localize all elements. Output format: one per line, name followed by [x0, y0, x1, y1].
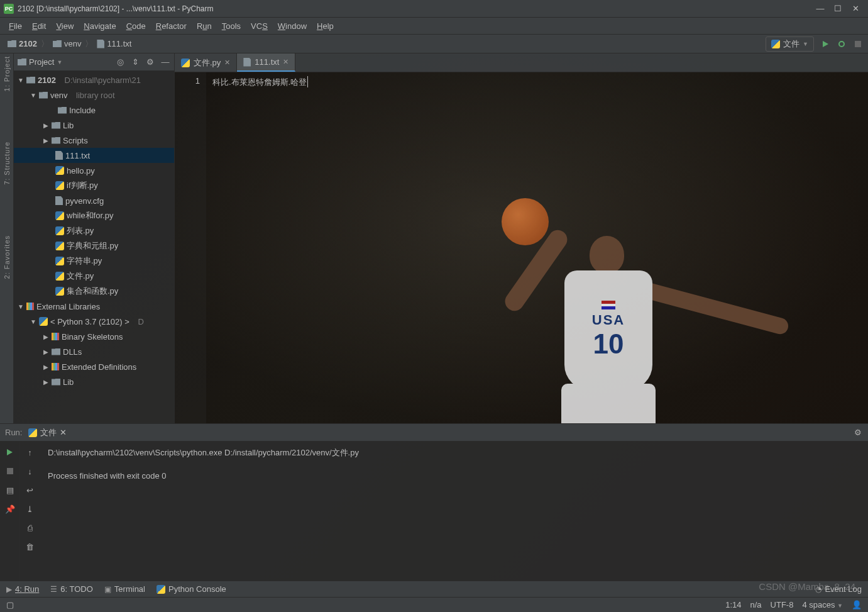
tree-node-file[interactable]: 文件.py	[14, 269, 174, 284]
tree-node-file-selected[interactable]: 111.txt	[14, 148, 174, 163]
run-button[interactable]	[820, 39, 830, 49]
file-icon	[55, 196, 63, 205]
left-tool-stripe: 1: Project 7: Structure 2: Favorites	[0, 53, 14, 423]
tree-node-folder[interactable]: ▶Binary Skeletons	[14, 329, 174, 344]
close-tab-icon[interactable]: ✕	[283, 58, 288, 66]
menu-help[interactable]: Help	[312, 19, 339, 33]
tree-node-venv[interactable]: ▼venv library root	[14, 87, 174, 103]
rerun-button[interactable]	[4, 447, 16, 458]
maximize-button[interactable]: ☐	[829, 3, 847, 15]
print-icon[interactable]: ⎙	[25, 522, 36, 533]
status-icon[interactable]: ▢	[6, 600, 14, 609]
project-header-label[interactable]: Project	[29, 57, 54, 67]
tree-node-file[interactable]: while和for.py	[14, 208, 174, 223]
menu-run[interactable]: Run	[192, 19, 217, 33]
pin-button[interactable]: 📌	[4, 503, 16, 515]
console-output[interactable]: D:\install\pycharm\2102\venv\Scripts\pyt…	[40, 442, 868, 581]
menu-vcs[interactable]: VCS	[246, 19, 273, 33]
tree-node-file[interactable]: 集合和函数.py	[14, 284, 174, 299]
tree-node-file[interactable]: 字符串.py	[14, 253, 174, 269]
scroll-to-end-icon[interactable]: ⤓	[25, 503, 36, 515]
tree-node-folder[interactable]: ▶Lib	[14, 374, 174, 389]
caret-position[interactable]: 1:14	[725, 600, 741, 609]
layout-button[interactable]: ▤	[4, 484, 16, 496]
editor-tabstrip: 文件.py✕ 111.txt✕	[175, 53, 868, 72]
editor[interactable]: 1 科比.布莱恩特詹姆斯.哈登	[175, 72, 868, 423]
soft-wrap-icon[interactable]: ↩	[25, 484, 36, 496]
hide-icon[interactable]: —	[160, 57, 170, 67]
minimize-button[interactable]: —	[811, 3, 829, 15]
python-icon	[55, 242, 64, 250]
readonly-status[interactable]: n/a	[750, 600, 761, 609]
run-title: Run:	[5, 428, 22, 437]
python-icon	[55, 257, 64, 265]
menu-tools[interactable]: Tools	[217, 19, 246, 33]
tree-node-folder[interactable]: ▶Include	[14, 103, 174, 118]
tool-button-favorites[interactable]: 2: Favorites	[3, 235, 11, 279]
python-icon	[55, 287, 64, 296]
tree-node-folder[interactable]: ▶Scripts	[14, 133, 174, 148]
code-area[interactable]: 科比.布莱恩特詹姆斯.哈登	[206, 72, 868, 423]
status-bar: ▢ 1:14 n/a UTF-8 4 spaces ▼ 👤	[0, 597, 868, 612]
gear-icon[interactable]: ⚙	[145, 57, 155, 67]
menu-view[interactable]: View	[51, 19, 79, 33]
close-tab-icon[interactable]: ✕	[224, 58, 230, 67]
tool-button-todo[interactable]: ☰ 6: TODO	[50, 584, 93, 594]
project-tree[interactable]: ▼2102 D:\install\pycharm\21 ▼venv librar…	[14, 71, 174, 423]
close-tab-icon[interactable]: ✕	[60, 428, 67, 437]
tool-button-terminal[interactable]: ▣ Terminal	[104, 584, 145, 594]
tree-node-folder[interactable]: ▶Extended Definitions	[14, 359, 174, 374]
menu-refactor[interactable]: Refactor	[151, 19, 192, 33]
project-pane: Project▼ ◎ ⇕ ⚙ — ▼2102 D:\install\pychar…	[14, 53, 175, 423]
folder-icon	[52, 379, 60, 386]
tree-node-file[interactable]: 列表.py	[14, 223, 174, 238]
locate-icon[interactable]: ◎	[115, 57, 125, 67]
python-icon	[55, 166, 64, 175]
tree-node-file[interactable]: pyvenv.cfg	[14, 193, 174, 208]
up-icon[interactable]: ↑	[25, 447, 36, 458]
breadcrumb-file[interactable]: 111.txt	[94, 38, 134, 50]
indent-status[interactable]: 4 spaces ▼	[802, 600, 843, 609]
breadcrumb-root[interactable]: 2102	[5, 38, 40, 50]
down-icon[interactable]: ↓	[25, 465, 36, 477]
menu-window[interactable]: Window	[273, 19, 312, 33]
file-icon	[55, 151, 63, 160]
tree-node-root[interactable]: ▼2102 D:\install\pycharm\21	[14, 72, 174, 87]
editor-tab-active[interactable]: 111.txt✕	[237, 53, 295, 72]
tool-button-structure[interactable]: 7: Structure	[3, 142, 11, 185]
app-icon: PC	[4, 4, 14, 14]
gear-icon[interactable]: ⚙	[853, 428, 863, 438]
run-tool-window: Run: 文件✕ ⚙ ▤ 📌 ↑ ↓ ↩ ⤓ ⎙ 🗑 D:\install\py…	[0, 423, 868, 581]
tool-button-python-console[interactable]: Python Console	[157, 584, 226, 594]
tree-node-python-sdk[interactable]: ▼< Python 3.7 (2102) > D	[14, 314, 174, 329]
tree-node-folder[interactable]: ▶DLLs	[14, 344, 174, 359]
debug-button[interactable]	[837, 39, 847, 49]
run-tab[interactable]: 文件✕	[28, 427, 67, 438]
tree-node-file[interactable]: if判断.py	[14, 178, 174, 193]
tool-button-project[interactable]: 1: Project	[3, 56, 11, 91]
chevron-down-icon: ▼	[57, 59, 62, 65]
breadcrumb-folder[interactable]: venv	[50, 38, 84, 50]
expand-all-icon[interactable]: ⇕	[130, 57, 140, 67]
stop-button[interactable]	[853, 39, 863, 49]
tree-node-file[interactable]: 字典和元组.py	[14, 238, 174, 253]
chevron-right-icon: 〉	[41, 38, 49, 50]
clear-icon[interactable]: 🗑	[25, 541, 36, 552]
tree-node-external-libraries[interactable]: ▼External Libraries	[14, 299, 174, 314]
tree-node-file[interactable]: hello.py	[14, 163, 174, 178]
inspection-icon[interactable]: 👤	[852, 600, 862, 609]
tool-button-run[interactable]: ▶ 4: Run	[6, 584, 39, 594]
stop-button[interactable]	[4, 465, 16, 477]
editor-tab[interactable]: 文件.py✕	[175, 53, 237, 72]
menu-edit[interactable]: Edit	[27, 19, 51, 33]
tree-node-folder[interactable]: ▶Lib	[14, 118, 174, 133]
close-button[interactable]: ✕	[847, 3, 864, 15]
menu-navigate[interactable]: Navigate	[79, 19, 121, 33]
navigation-bar: 2102 〉 venv 〉 111.txt 文件▼	[0, 35, 868, 53]
menu-file[interactable]: File	[4, 19, 27, 33]
encoding-status[interactable]: UTF-8	[771, 600, 794, 609]
menu-code[interactable]: Code	[121, 19, 151, 33]
bug-icon	[838, 41, 845, 47]
run-config-selector[interactable]: 文件▼	[766, 36, 814, 52]
play-icon	[823, 41, 828, 47]
